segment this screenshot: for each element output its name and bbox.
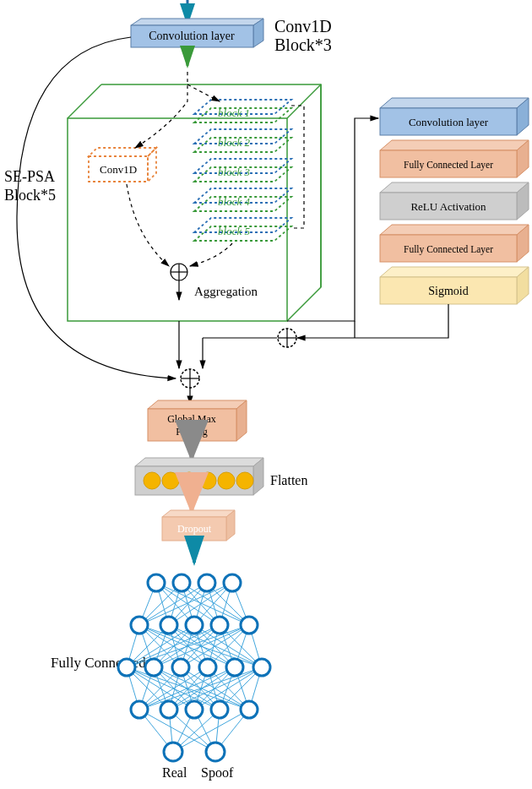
out-real: Real bbox=[162, 765, 187, 780]
svg-point-159 bbox=[145, 659, 162, 676]
block-stack: block 1 block 2 block 3 block 4 block 5 bbox=[194, 100, 291, 241]
svg-marker-23 bbox=[380, 98, 529, 108]
svg-point-151 bbox=[198, 574, 215, 591]
architecture-diagram: Convolution layer Conv1D Block*3 SE-PSA … bbox=[0, 0, 532, 789]
svg-marker-29 bbox=[380, 182, 529, 193]
global-max-pooling-block: Global Max Pooling bbox=[148, 400, 247, 441]
svg-marker-0 bbox=[131, 19, 263, 25]
svg-point-160 bbox=[172, 659, 189, 676]
svg-point-168 bbox=[241, 701, 258, 718]
sepsa-label-1: SE-PSA bbox=[4, 168, 55, 185]
svg-marker-7 bbox=[89, 148, 156, 156]
svg-point-52 bbox=[181, 472, 198, 489]
right-sigmoid-label: Sigmoid bbox=[428, 285, 468, 297]
mul-node-1 bbox=[278, 329, 296, 347]
svg-point-166 bbox=[186, 701, 203, 718]
svg-marker-56 bbox=[162, 510, 235, 517]
conv-layer-label: Convolution layer bbox=[149, 30, 235, 42]
right-conv-label: Convolution layer bbox=[409, 116, 489, 128]
cube-to-right bbox=[287, 118, 378, 321]
svg-point-54 bbox=[218, 472, 235, 489]
flow-to-blocks bbox=[187, 84, 220, 101]
svg-point-169 bbox=[164, 743, 182, 761]
right-fc2-label: Fully Connected Layer bbox=[404, 244, 493, 255]
svg-point-150 bbox=[173, 574, 190, 591]
svg-point-165 bbox=[160, 701, 177, 718]
block-skip bbox=[291, 106, 304, 228]
svg-point-149 bbox=[148, 574, 165, 591]
svg-point-153 bbox=[131, 617, 148, 634]
right-relu-label: ReLU Activation bbox=[410, 200, 486, 213]
svg-point-53 bbox=[199, 472, 216, 489]
svg-marker-8 bbox=[148, 148, 156, 182]
conv1d-block-label-1: Conv1D bbox=[274, 17, 332, 35]
svg-line-3 bbox=[68, 84, 101, 118]
long-skip bbox=[17, 37, 176, 378]
dropout-block: Dropout bbox=[162, 510, 235, 541]
sepsa-label-2: Block*5 bbox=[4, 187, 56, 204]
svg-point-163 bbox=[253, 659, 270, 676]
aggregation-node bbox=[171, 264, 187, 280]
svg-marker-32 bbox=[380, 225, 529, 235]
aggregation-label: Aggregation bbox=[194, 285, 258, 298]
svg-point-167 bbox=[211, 701, 228, 718]
right-fc1-label: Fully Connected Layer bbox=[404, 160, 493, 171]
flow-to-conv1d bbox=[135, 72, 187, 148]
conv1d-inner: Conv1D bbox=[89, 148, 156, 182]
svg-point-161 bbox=[199, 659, 216, 676]
svg-point-55 bbox=[236, 472, 253, 489]
mul-node-2 bbox=[181, 369, 199, 388]
svg-marker-44 bbox=[148, 400, 247, 409]
block-4-label: block 4 bbox=[218, 195, 250, 208]
flatten-label: Flatten bbox=[270, 473, 307, 487]
svg-point-156 bbox=[211, 617, 228, 634]
svg-point-162 bbox=[226, 659, 243, 676]
dropout-label: Dropout bbox=[177, 523, 212, 535]
svg-point-164 bbox=[131, 701, 148, 718]
svg-point-50 bbox=[144, 472, 160, 489]
conv-layer-block: Convolution layer bbox=[131, 19, 263, 47]
svg-point-158 bbox=[118, 659, 135, 676]
svg-point-152 bbox=[224, 574, 241, 591]
gmp-label-1: Global Max bbox=[167, 413, 216, 425]
svg-point-155 bbox=[186, 617, 203, 634]
svg-point-170 bbox=[206, 743, 225, 761]
svg-point-157 bbox=[241, 617, 258, 634]
block-3-label: block 3 bbox=[218, 166, 250, 178]
block-1-label: block 1 bbox=[218, 106, 250, 119]
right-stack: Convolution layer Fully Connected Layer … bbox=[380, 98, 529, 304]
flow-conv1d-down bbox=[127, 184, 169, 266]
conv1d-block-label-2: Block*3 bbox=[274, 35, 332, 54]
conv1d-inner-label: Conv1D bbox=[100, 163, 137, 176]
out-spoof: Spoof bbox=[201, 765, 234, 781]
block-2-label: block 2 bbox=[218, 136, 250, 149]
svg-marker-35 bbox=[380, 267, 529, 277]
flow-blocks-down bbox=[190, 243, 232, 266]
block-5-label: block 5 bbox=[218, 225, 250, 237]
gmp-label-2: Pooling bbox=[176, 426, 207, 438]
flatten-block bbox=[135, 458, 263, 495]
svg-marker-26 bbox=[380, 140, 529, 150]
svg-point-51 bbox=[162, 472, 179, 489]
svg-point-154 bbox=[160, 617, 177, 634]
svg-marker-47 bbox=[135, 458, 263, 466]
